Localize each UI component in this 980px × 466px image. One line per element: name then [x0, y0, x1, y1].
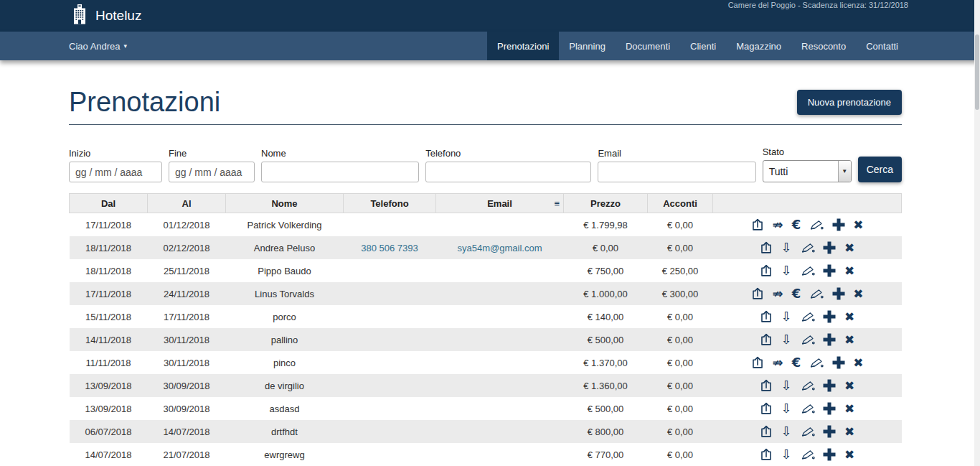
- down-arrow-icon[interactable]: ⇩: [781, 241, 792, 255]
- email-input[interactable]: [598, 162, 755, 182]
- nav-item-clienti[interactable]: Clienti: [680, 32, 726, 60]
- nav-item-contatti[interactable]: Contatti: [856, 32, 908, 60]
- signature-icon[interactable]: [801, 424, 815, 439]
- delete-icon[interactable]: ✖: [844, 332, 854, 347]
- signature-icon[interactable]: [801, 378, 815, 393]
- delete-icon[interactable]: ✖: [844, 424, 854, 439]
- cell-actions: ⇩ ✖: [713, 305, 902, 328]
- upload-icon[interactable]: [760, 424, 773, 439]
- signature-icon[interactable]: [801, 447, 815, 462]
- delete-icon[interactable]: ✖: [844, 447, 854, 462]
- down-arrow-icon[interactable]: ⇩: [781, 401, 792, 416]
- upload-icon[interactable]: [751, 286, 764, 301]
- nav-item-documenti[interactable]: Documenti: [616, 32, 680, 60]
- add-icon[interactable]: [832, 219, 844, 231]
- reservation-row: 18/11/201825/11/2018Pippo Baudo€ 750,00€…: [70, 259, 902, 282]
- euro-icon[interactable]: €: [792, 355, 801, 370]
- inizio-date-input[interactable]: [69, 162, 162, 182]
- fine-label: Fine: [169, 148, 255, 159]
- upload-icon[interactable]: [760, 332, 773, 347]
- delete-icon[interactable]: ✖: [844, 378, 854, 393]
- add-icon[interactable]: [824, 265, 836, 277]
- cell-email: [436, 328, 564, 351]
- delete-icon[interactable]: ✖: [853, 286, 863, 301]
- new-reservation-button[interactable]: Nuova prenotazione: [797, 90, 902, 115]
- upload-icon[interactable]: [760, 241, 773, 255]
- down-arrow-icon[interactable]: ⇩: [781, 332, 792, 347]
- euro-icon[interactable]: €: [792, 286, 801, 301]
- add-icon[interactable]: [824, 426, 836, 438]
- cell-al: 30/11/2018: [148, 328, 226, 351]
- upload-icon[interactable]: [760, 447, 773, 462]
- add-icon[interactable]: [824, 334, 836, 346]
- signature-icon[interactable]: [801, 241, 815, 255]
- cell-al: 30/09/2018: [148, 374, 226, 397]
- cell-telefono: [344, 351, 436, 374]
- nav-item-magazzino[interactable]: Magazzino: [726, 32, 791, 60]
- signature-icon[interactable]: [801, 332, 815, 347]
- reservation-row: 13/09/201830/09/2018de virgilio€ 1.360,0…: [70, 374, 902, 397]
- cell-telefono[interactable]: 380 506 7393: [344, 236, 436, 259]
- signature-icon[interactable]: [809, 218, 824, 232]
- down-arrow-icon[interactable]: ⇩: [781, 424, 792, 439]
- delete-icon[interactable]: ✖: [853, 218, 863, 232]
- scrollbar-thumb[interactable]: [975, 34, 979, 110]
- cell-telefono: [344, 282, 436, 305]
- column-menu-icon[interactable]: ≡: [554, 199, 560, 208]
- signature-icon[interactable]: [809, 286, 824, 301]
- upload-icon[interactable]: [751, 355, 764, 370]
- signature-icon[interactable]: [809, 355, 824, 370]
- delete-icon[interactable]: ✖: [844, 401, 854, 416]
- add-icon[interactable]: [832, 357, 844, 369]
- cell-acconti: € 0,00: [648, 236, 713, 259]
- no-show-icon[interactable]: ⇏: [773, 355, 783, 370]
- telefono-input[interactable]: [425, 162, 591, 182]
- cell-actions: ⇩ ✖: [713, 236, 902, 259]
- col-header-actions: [713, 194, 902, 213]
- nav-item-prenotazioni[interactable]: Prenotazioni: [487, 32, 559, 60]
- cell-prezzo: € 1.370,00: [564, 351, 648, 374]
- nav-item-resoconto[interactable]: Resoconto: [791, 32, 856, 60]
- upload-icon[interactable]: [760, 264, 773, 278]
- add-icon[interactable]: [832, 288, 844, 300]
- down-arrow-icon[interactable]: ⇩: [781, 447, 792, 462]
- cell-dal: 14/11/2018: [70, 328, 148, 351]
- add-icon[interactable]: [824, 311, 836, 323]
- delete-icon[interactable]: ✖: [853, 355, 863, 370]
- add-icon[interactable]: [824, 449, 836, 461]
- search-button[interactable]: Cerca: [858, 157, 902, 182]
- cell-email[interactable]: sya54m@gmail.com: [436, 236, 564, 259]
- nav-item-planning[interactable]: Planning: [559, 32, 616, 60]
- cell-email: [436, 351, 564, 374]
- signature-icon[interactable]: [801, 401, 815, 416]
- signature-icon[interactable]: [801, 309, 815, 324]
- brand[interactable]: Hoteluz: [72, 4, 141, 28]
- brand-name: Hoteluz: [95, 8, 141, 24]
- delete-icon[interactable]: ✖: [844, 241, 854, 255]
- down-arrow-icon[interactable]: ⇩: [781, 378, 792, 393]
- signature-icon[interactable]: [801, 264, 815, 278]
- down-arrow-icon[interactable]: ⇩: [781, 264, 792, 278]
- topbar: Hoteluz Camere del Poggio - Scadenza lic…: [0, 0, 980, 32]
- reservation-row: 18/11/201802/12/2018Andrea Peluso380 506…: [70, 236, 902, 259]
- add-icon[interactable]: [824, 242, 836, 254]
- euro-icon[interactable]: €: [792, 218, 801, 232]
- reservation-row: 17/11/201824/11/2018Linus Torvalds€ 1.00…: [70, 282, 902, 305]
- fine-date-input[interactable]: [169, 162, 255, 182]
- add-icon[interactable]: [824, 380, 836, 392]
- delete-icon[interactable]: ✖: [844, 309, 854, 324]
- nome-input[interactable]: [261, 162, 419, 182]
- delete-icon[interactable]: ✖: [844, 264, 854, 278]
- upload-icon[interactable]: [760, 401, 773, 416]
- add-icon[interactable]: [824, 403, 836, 415]
- upload-icon[interactable]: [760, 309, 773, 324]
- no-show-icon[interactable]: ⇏: [773, 286, 783, 301]
- user-menu[interactable]: Ciao Andrea ▾: [69, 32, 127, 60]
- cell-actions: ⇏€ ✖: [713, 282, 902, 305]
- no-show-icon[interactable]: ⇏: [773, 218, 783, 232]
- stato-select[interactable]: Tutti ▼: [763, 160, 852, 182]
- cell-actions: ⇩ ✖: [713, 328, 902, 351]
- down-arrow-icon[interactable]: ⇩: [781, 309, 792, 324]
- upload-icon[interactable]: [751, 218, 764, 232]
- upload-icon[interactable]: [760, 378, 773, 393]
